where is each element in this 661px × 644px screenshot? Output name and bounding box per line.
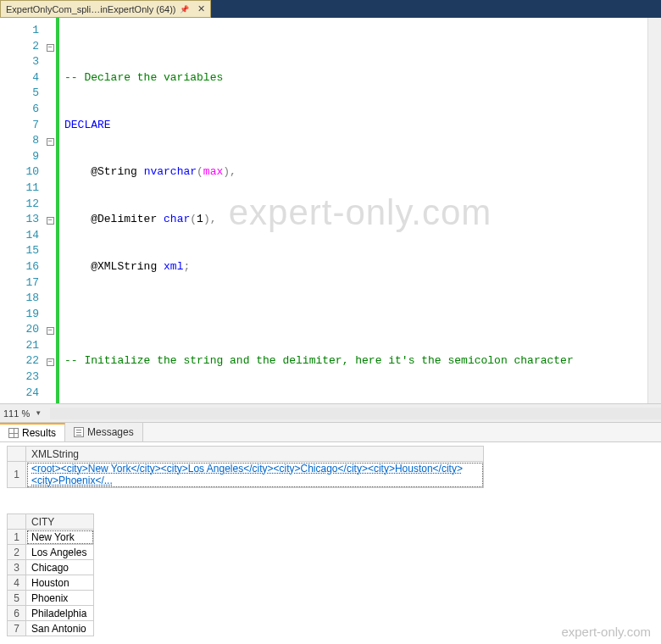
fold-icon[interactable]: − xyxy=(47,327,54,335)
city-cell[interactable]: Los Angeles xyxy=(26,545,94,560)
city-cell[interactable]: New York xyxy=(26,530,94,545)
tab-messages[interactable]: Messages xyxy=(65,423,143,441)
result-grid-2[interactable]: CITY 1New York2Los Angeles3Chicago4Houst… xyxy=(7,514,94,636)
fold-icon[interactable]: − xyxy=(47,138,54,146)
city-cell[interactable]: Houston xyxy=(26,575,94,591)
fold-icon[interactable]: − xyxy=(47,358,54,366)
table-row[interactable]: 7San Antonio xyxy=(8,621,94,636)
close-icon[interactable]: ✕ xyxy=(197,3,205,14)
row-number[interactable]: 3 xyxy=(8,560,26,575)
column-header[interactable]: XMLString xyxy=(26,447,484,462)
results-tab-bar: Results Messages xyxy=(0,422,661,442)
title-bar: ExpertOnlyCom_spli…inExpertOnly (64)) 📌 … xyxy=(0,0,661,18)
row-number[interactable]: 1 xyxy=(8,462,26,488)
messages-icon xyxy=(74,427,84,437)
table-row[interactable]: 4Houston xyxy=(8,575,94,591)
xml-cell[interactable]: <root><city>New York</city><city>Los Ang… xyxy=(26,462,484,488)
table-row[interactable]: 5Phoenix xyxy=(8,591,94,606)
code-editor[interactable]: 123456 789101112 131415161718 1920212223… xyxy=(0,18,661,403)
tab-title: ExpertOnlyCom_spli…inExpertOnly (64)) xyxy=(6,4,176,14)
editor-tab[interactable]: ExpertOnlyCom_spli…inExpertOnly (64)) 📌 … xyxy=(0,0,211,18)
grid-icon xyxy=(8,428,19,438)
table-row[interactable]: 2Los Angeles xyxy=(8,545,94,560)
tab-results-label: Results xyxy=(22,427,56,439)
tab-results[interactable]: Results xyxy=(0,423,65,441)
table-row[interactable]: 1New York xyxy=(8,530,94,545)
column-header[interactable]: CITY xyxy=(26,514,94,530)
fold-icon[interactable]: − xyxy=(47,217,54,225)
row-number[interactable]: 7 xyxy=(8,621,26,636)
results-pane: XMLString 1 <root><city>New York</city><… xyxy=(0,442,661,638)
code-content[interactable]: expert-only.com -- Declare the variables… xyxy=(59,18,661,403)
city-cell[interactable]: Philadelphia xyxy=(26,606,94,621)
chevron-down-icon[interactable]: ▼ xyxy=(35,409,42,417)
city-cell[interactable]: Chicago xyxy=(26,560,94,575)
fold-strip: − − − − − xyxy=(44,18,56,403)
pin-icon[interactable]: 📌 xyxy=(180,5,189,14)
corner-cell xyxy=(8,447,26,462)
gutter: 123456 789101112 131415161718 1920212223… xyxy=(0,18,59,403)
result-grid-1[interactable]: XMLString 1 <root><city>New York</city><… xyxy=(7,446,484,488)
fold-icon[interactable]: − xyxy=(47,44,54,52)
line-numbers: 123456 789101112 131415161718 1920212223… xyxy=(10,18,44,403)
row-number[interactable]: 6 xyxy=(8,606,26,621)
table-row: 1 <root><city>New York</city><city>Los A… xyxy=(8,462,484,488)
status-bar: 111 % ▼ xyxy=(0,403,661,422)
table-row[interactable]: 3Chicago xyxy=(8,560,94,575)
row-number[interactable]: 5 xyxy=(8,591,26,606)
horizontal-scrollbar[interactable] xyxy=(50,408,661,419)
corner-cell xyxy=(8,514,26,530)
vertical-scrollbar[interactable] xyxy=(647,18,661,403)
row-number[interactable]: 4 xyxy=(8,575,26,591)
row-number[interactable]: 2 xyxy=(8,545,26,560)
row-number[interactable]: 1 xyxy=(8,530,26,545)
tab-messages-label: Messages xyxy=(87,426,134,438)
footer-watermark: expert-only.com xyxy=(561,625,651,639)
table-row[interactable]: 6Philadelphia xyxy=(8,606,94,621)
city-cell[interactable]: San Antonio xyxy=(26,621,94,636)
zoom-level[interactable]: 111 % xyxy=(3,408,30,419)
city-cell[interactable]: Phoenix xyxy=(26,591,94,606)
